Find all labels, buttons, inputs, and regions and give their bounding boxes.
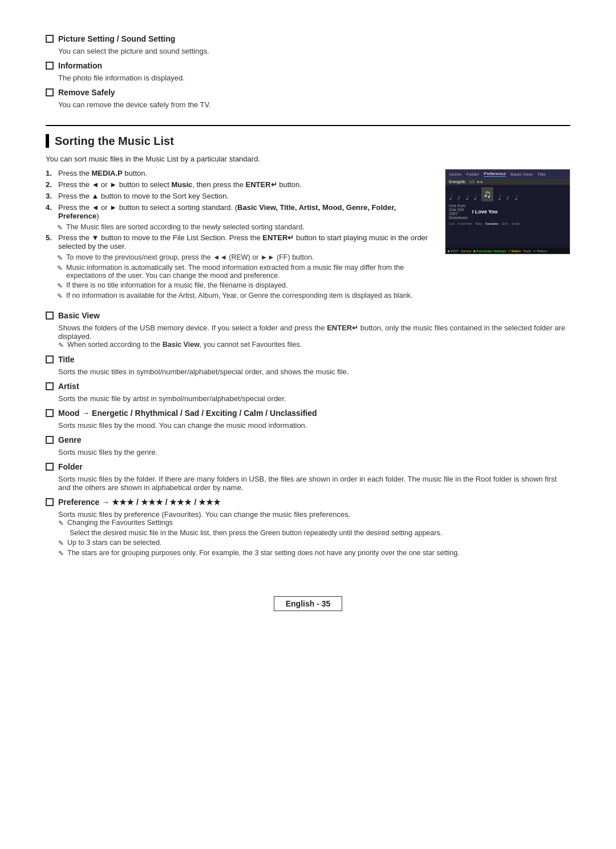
picture-setting-title: Picture Setting / Sound Setting [58, 34, 175, 43]
tv-note-1: ♩ [449, 193, 452, 201]
tv-music-content: ♩ ♪ ♩ ♩ ♫ ♩ ♪ ♩ One fromOne Girl2007Down… [445, 185, 570, 248]
title-section: Title Sorts the music titles in symbol/n… [46, 355, 570, 376]
tv-label-list: List [449, 222, 454, 225]
picture-setting-desc: You can select the picture and sound set… [58, 47, 570, 55]
tv-music-notes-row: ♩ ♪ ♩ ♩ ♫ ♩ ♪ ♩ [449, 187, 566, 201]
tv-footer-return: ↩ Return [533, 249, 548, 253]
top-sections: Picture Setting / Sound Setting You can … [46, 34, 570, 109]
tv-nav-folder: Folder [466, 172, 479, 177]
folder-section: Folder Sorts music files by the folder. … [46, 462, 570, 492]
tv-label-karaoke: Karaoke [485, 222, 498, 225]
tv-sort-bar: Energetic 1/1 ◄► [445, 179, 570, 185]
checkbox-icon-basic-view [46, 312, 54, 320]
tv-note-4: ♩ [473, 193, 477, 201]
step-3: 3. Press the ▲ button to move to the Sor… [46, 192, 433, 200]
main-section-header: Sorting the Music List [46, 134, 570, 148]
step-5-note-4: ✎ If no information is available for the… [57, 292, 433, 300]
artist-section: Artist Sorts the music file by artist in… [46, 382, 570, 403]
basic-view-desc: Shows the folders of the USB memory devi… [58, 324, 570, 341]
title-bar-icon [46, 134, 49, 148]
tv-track-labels: List Insert Me Way Karaoke Grid Order [449, 222, 566, 225]
step-5-note-2: ✎ Music information is automatically set… [57, 264, 433, 280]
mood-title: Mood → Energetic / Rhythmical / Sad / Ex… [58, 409, 317, 418]
sub-sections: Basic View Shows the folders of the USB … [46, 311, 570, 557]
tv-nav-basicview: Basic View [510, 172, 533, 177]
tv-screenshot: Genre Folder Preference Basic View Title… [445, 169, 570, 254]
tv-label-grid: Grid [502, 222, 508, 225]
preference-note-1-sub: Select the desired music file in the Mus… [70, 529, 570, 537]
checkbox-icon-mood [46, 409, 54, 417]
tv-energetic-badge: Energetic [449, 180, 466, 184]
artist-desc: Sorts the music file by artist in symbol… [58, 394, 570, 403]
tv-note-highlighted: ♫ [481, 187, 494, 201]
tv-nav-bar: Genre Folder Preference Basic View Title [445, 169, 570, 179]
step-1: 1. Press the MEDIA.P button. [46, 169, 433, 177]
folder-desc: Sorts music files by the folder. If ther… [58, 475, 570, 492]
folder-title: Folder [58, 462, 83, 471]
tv-footer-tools: Tools [523, 249, 531, 253]
step-5-note-1: ✎ To move to the previous/next group, pr… [57, 253, 433, 262]
tv-note-2: ♪ [457, 193, 461, 201]
checkbox-icon-title [46, 355, 54, 363]
remove-safely-section: Remove Safely You can remove the device … [46, 88, 570, 109]
information-section: Information The photo file information i… [46, 61, 570, 82]
title-section-title: Title [58, 355, 75, 364]
tv-note-3: ♩ [465, 193, 469, 201]
genre-title: Genre [58, 435, 81, 444]
steps-with-image: 1. Press the MEDIA.P button. 2. Press th… [46, 169, 570, 302]
information-title: Information [58, 61, 102, 70]
section-divider [46, 125, 570, 126]
checkbox-icon-information [46, 62, 54, 70]
mood-section: Mood → Energetic / Rhythmical / Sad / Ex… [46, 409, 570, 430]
checkbox-icon-preference [46, 498, 54, 506]
title-desc: Sorts the music titles in symbol/number/… [58, 367, 570, 376]
tv-footer-bar: ■ EDIT Device ■ Favourites Settings □ Se… [445, 248, 570, 254]
tv-screenshot-container: Genre Folder Preference Basic View Title… [445, 169, 570, 254]
genre-section: Genre Sorts music files by the genre. [46, 435, 570, 456]
basic-view-section: Basic View Shows the folders of the USB … [46, 311, 570, 349]
tv-sort-indicator: 1/1 ◄► [469, 180, 484, 184]
basic-view-note: ✎ When sorted according to the Basic Vie… [58, 341, 570, 349]
step-5: 5. Press the ▼ button to move to the Fil… [46, 233, 433, 250]
tv-track-details: One fromOne Girl2007Downtown [449, 204, 468, 220]
checkbox-icon-picture [46, 35, 54, 43]
tv-footer-favourites: ■ Favourites Settings [473, 249, 506, 253]
tv-footer-device: Device [461, 249, 471, 253]
checkbox-icon-remove [46, 88, 54, 96]
genre-desc: Sorts music files by the genre. [58, 448, 570, 456]
remove-safely-title: Remove Safely [58, 88, 115, 97]
tv-nav-genre: Genre [449, 172, 461, 177]
main-section-title-text: Sorting the Music List [55, 135, 174, 148]
remove-safely-desc: You can remove the device safely from th… [58, 100, 570, 109]
checkbox-icon-genre [46, 436, 54, 444]
information-desc: The photo file information is displayed. [58, 74, 570, 82]
tv-label-order: Order [512, 222, 520, 225]
tv-label-insertme: Insert Me [457, 222, 472, 225]
step-4-note: ✎ The Music files are sorted according t… [57, 223, 433, 232]
checkbox-icon-artist [46, 382, 54, 390]
steps-column: 1. Press the MEDIA.P button. 2. Press th… [46, 169, 433, 302]
checkbox-icon-folder [46, 463, 54, 471]
preference-title: Preference → ★★★ / ★★★ / ★★★ / ★★★ [58, 498, 221, 507]
preference-note-2: ✎ Up to 3 stars can be selected. [58, 539, 570, 547]
preference-desc: Sorts music files by preference (Favouri… [58, 510, 570, 519]
tv-footer-edit: ■ EDIT [448, 249, 459, 253]
page-number-label: English - 35 [286, 599, 331, 608]
step-5-note-3: ✎ If there is no title information for a… [57, 281, 433, 290]
step-4: 4. Press the ◄ or ► button to select a s… [46, 203, 433, 220]
tv-note-6: ♪ [506, 193, 510, 201]
tv-label-way: Way [475, 222, 482, 225]
basic-view-title: Basic View [58, 311, 100, 320]
tv-note-7: ♩ [514, 193, 518, 201]
preference-section: Preference → ★★★ / ★★★ / ★★★ / ★★★ Sorts… [46, 498, 570, 557]
tv-track-name: I Love You [472, 209, 498, 215]
tv-nav-title: Title [537, 172, 546, 177]
tv-footer-select: □ Select [508, 249, 521, 253]
step-2: 2. Press the ◄ or ► button to select Mus… [46, 180, 433, 189]
picture-setting-section: Picture Setting / Sound Setting You can … [46, 34, 570, 55]
page-footer: English - 35 [46, 592, 570, 616]
preference-note-1: ✎ Changing the Favourites Settings [58, 519, 570, 527]
tv-track-info: One fromOne Girl2007Downtown I Love You [449, 204, 566, 220]
page-number-box: English - 35 [274, 596, 343, 611]
artist-title: Artist [58, 382, 79, 391]
